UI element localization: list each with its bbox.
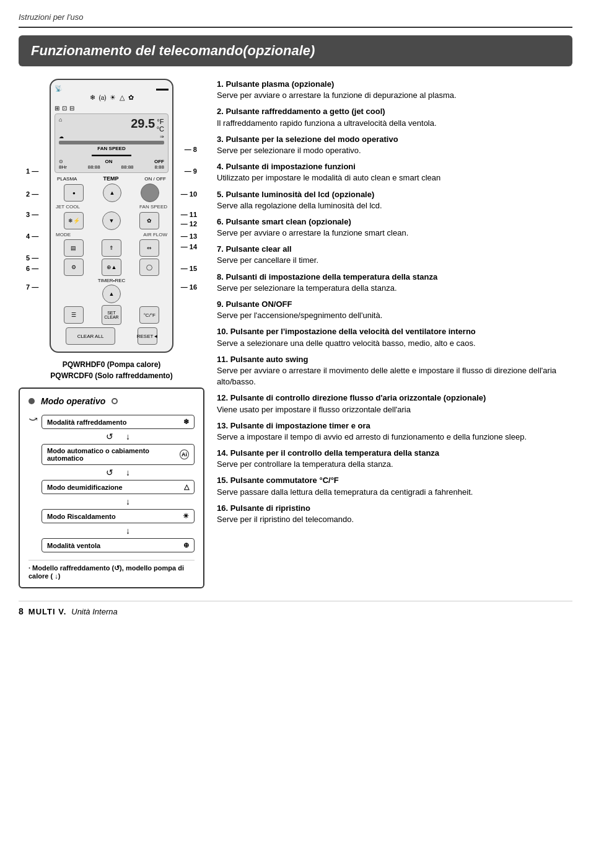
plasma-label: PLASMA	[57, 176, 77, 182]
smart-clean-button[interactable]: ◯	[139, 259, 159, 276]
remote-diagram: 📡 ▬▬ ❄ ⒜ ☀ △ ✿ ⊞⊡⊟ ⌂	[25, 79, 198, 353]
model-labels: PQWRHDF0 (Pompa calore) PQWRCDF0 (Solo r…	[19, 359, 204, 381]
number-8: — 8	[185, 146, 197, 153]
snowflake-icon: ❄	[90, 94, 95, 103]
timer-rec-label: TIMER•REC	[55, 278, 169, 283]
brand-name: MULTI V.	[28, 607, 66, 616]
instruction-item-7: 7. Pulsante clear allServe per cancellar…	[217, 244, 572, 266]
fan-icon2: ✿	[128, 94, 134, 103]
mode-item-dehum: Modo deumidificazione △	[42, 480, 195, 494]
drop-icon: △	[120, 94, 125, 103]
temp-value: 29.5	[131, 117, 155, 130]
instruction-item-3: 3. Pulsante per la selezione del modo op…	[217, 134, 572, 156]
mode-button[interactable]: ▤	[64, 239, 84, 257]
instruction-item-6: 6. Pulsante smart clean (opzionale)Serve…	[217, 216, 572, 239]
sun-icon: ☀	[110, 94, 116, 103]
instructions-list: 1. Pulsante plasma (opzionale)Serve per …	[217, 79, 572, 588]
instruction-item-1: 1. Pulsante plasma (opzionale)Serve per …	[217, 79, 572, 101]
mode-item-heat: Modo Riscaldamento ☀	[42, 509, 195, 523]
instruction-item-16: 16. Pulsante di ripristinoServe per il r…	[217, 503, 572, 525]
number-9: — 9	[185, 167, 197, 175]
number-13: — 13	[181, 232, 197, 240]
fan-speed-button[interactable]: ✿	[139, 212, 159, 229]
instruction-item-13: 13. Pulsante di impostazione timer e ora…	[217, 420, 572, 443]
temp-cf-button[interactable]: °C/°F	[139, 306, 159, 324]
temp-up-button[interactable]: ▲	[103, 184, 121, 202]
number-7: 7 —	[26, 283, 38, 291]
instruction-item-15: 15. Pulsante commutatore °C/°FServe pass…	[217, 475, 572, 497]
clear-all-button[interactable]: CLEAR ALL	[66, 327, 115, 345]
mode-item-auto: Modo automatico o cabiamento automatico …	[42, 444, 195, 465]
instruction-item-14: 14. Pulsante per il controllo della temp…	[217, 448, 572, 470]
plasma-button[interactable]: ●	[64, 184, 84, 202]
mode-dot-right	[112, 398, 118, 404]
number-4: 4 —	[26, 232, 38, 240]
mode-footer: · Modello raffreddamento (↺), modello po…	[28, 560, 195, 580]
instruction-item-8: 8. Pulsanti di impostazione della temper…	[217, 272, 572, 294]
mode-title: Modo operativo	[41, 396, 105, 406]
reset-button[interactable]: RESET◄	[138, 327, 157, 345]
instruction-item-9: 9. Pulsante ON/OFFServe per l'accensione…	[217, 299, 572, 321]
instruction-item-5: 5. Pulsante luminosità del lcd (opzional…	[217, 189, 572, 211]
instruction-item-4: 4. Pulsante di impostazione funzioniUtil…	[217, 161, 572, 184]
temp-down-button[interactable]: ▼	[102, 211, 121, 230]
air-flow-horiz-button[interactable]: ⇔	[139, 239, 159, 257]
mode-item-cool: Modalità raffreddamento ❄	[42, 415, 195, 429]
number-1: 1 —	[26, 167, 38, 175]
number-16: — 16	[181, 283, 197, 291]
number-6: 6 —	[26, 265, 38, 272]
on-off-label: ON / OFF	[144, 176, 166, 182]
number-15: — 15	[181, 265, 197, 272]
set-clear-button[interactable]: SET CLEAR	[102, 305, 121, 325]
arrow-heat: ↺↓	[42, 526, 195, 536]
number-11: — 11	[181, 211, 197, 218]
arrow-auto: ↺↓	[42, 467, 195, 477]
on-off-button[interactable]	[141, 184, 159, 202]
number-14: — 14	[181, 243, 197, 250]
number-3: 3 —	[26, 211, 38, 218]
instruction-item-10: 10. Pulsante per l'impostazione della ve…	[217, 326, 572, 348]
footer: 8 MULTI V. Unità Interna	[19, 601, 572, 616]
mode-dot-left	[28, 398, 35, 404]
number-10: — 10	[181, 190, 197, 198]
page-number: 8	[19, 606, 24, 616]
mode-item-fan: Modalità ventola ⊕	[42, 538, 195, 552]
timer-up-button[interactable]: ⊕▲	[102, 259, 121, 276]
arrow-dehum: ↺↓	[42, 497, 195, 507]
auto-icon: ⒜	[99, 94, 106, 103]
arrow-cool: ↺↓	[42, 432, 195, 441]
top-label: Istruzioni per l'uso	[19, 12, 572, 22]
number-2: 2 —	[26, 190, 38, 198]
instruction-item-12: 12. Pulsante di controllo direzione flus…	[217, 392, 572, 415]
battery-icon: ▬▬	[156, 85, 169, 92]
footer-subtitle: Unità Interna	[71, 607, 117, 616]
function-button[interactable]: ⚙	[64, 259, 84, 276]
jet-cool-button[interactable]: ❄⚡	[64, 212, 84, 229]
signal-icon: 📡	[55, 85, 62, 92]
number-12: — 12	[181, 220, 197, 228]
mode-section: Modo operativo ⤻ Modalità raffreddamento…	[19, 388, 204, 588]
section-header: Funzionamento del telecomando(opzionale)	[19, 35, 572, 66]
luminosity-button[interactable]: ☰	[64, 306, 84, 324]
swing-up-button[interactable]: ▲	[102, 285, 121, 303]
air-flow-up-button[interactable]: ⇑	[102, 239, 121, 257]
instruction-item-11: 11. Pulsante auto swingServe per avviare…	[217, 354, 572, 388]
instruction-item-2: 2. Pulsante raffreddamento a getto (jet …	[217, 106, 572, 128]
number-5: 5 —	[26, 254, 38, 262]
